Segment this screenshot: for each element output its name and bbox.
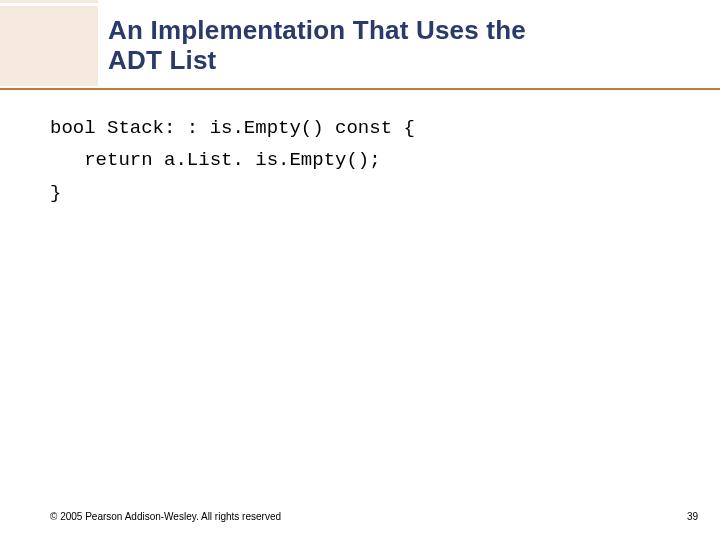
code-line-1: bool Stack: : is.Empty() const { — [50, 112, 690, 144]
slide-title-line2: ADT List — [108, 46, 700, 76]
slide-title: An Implementation That Uses the ADT List — [108, 6, 700, 86]
slide-content: bool Stack: : is.Empty() const { return … — [50, 112, 690, 209]
code-line-2: return a.List. is.Empty(); — [50, 144, 690, 176]
footer-page-number: 39 — [687, 511, 698, 522]
title-underline — [0, 88, 720, 90]
slide-title-line1: An Implementation That Uses the — [108, 16, 700, 46]
header-accent-main — [0, 6, 98, 86]
footer-copyright: © 2005 Pearson Addison-Wesley. All right… — [50, 511, 281, 522]
code-line-3: } — [50, 177, 690, 209]
